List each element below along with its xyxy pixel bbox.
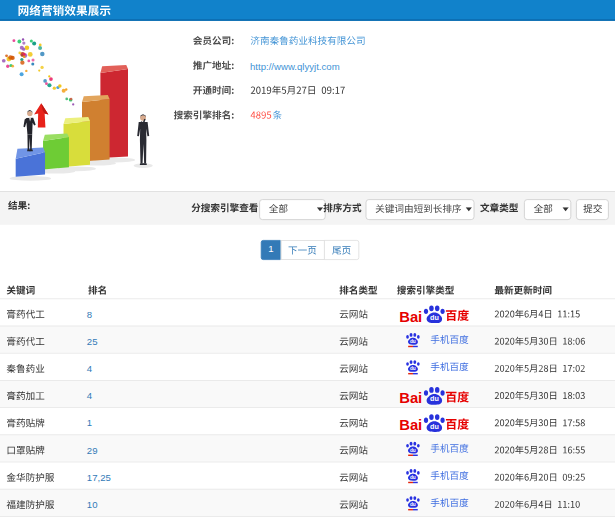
svg-text:du: du	[410, 448, 416, 453]
svg-text:du: du	[430, 422, 439, 431]
svg-text:du: du	[410, 339, 416, 344]
svg-text:du: du	[430, 394, 439, 403]
svg-text:Bai: Bai	[399, 309, 422, 324]
svg-text:du: du	[410, 366, 416, 371]
svg-text:Bai: Bai	[399, 390, 422, 405]
svg-text:Bai: Bai	[399, 417, 422, 432]
svg-text:du: du	[410, 502, 416, 507]
svg-text:du: du	[410, 475, 416, 480]
svg-text:du: du	[430, 313, 439, 322]
